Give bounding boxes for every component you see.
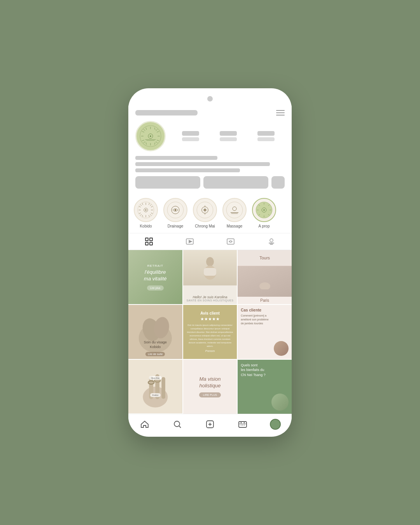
svg-line-90 [179,426,181,428]
grid-cell-9[interactable]: Quels sontles bienfaits duChi Nei Tsang … [238,360,292,414]
svg-point-98 [241,425,242,425]
more-button[interactable] [271,176,285,189]
phone-frame: Kobido Drainage [128,88,292,436]
nav-profile-avatar[interactable] [270,419,281,430]
grid-cell-4-overlay: Soin du visageKobido Lire de suite [144,340,167,357]
svg-point-49 [226,202,243,219]
grid-cell-2-photo [183,250,237,285]
grid-cell-6-photo [274,341,289,356]
grid-cell-7-tag2: Kokto [150,393,161,397]
story-apropos-circle [252,198,276,222]
grid-cell-7[interactable]: Que fne Kokto [128,360,182,414]
nav-reels[interactable] [237,419,248,430]
tab-profile[interactable] [266,236,276,247]
svg-rect-71 [269,243,274,243]
stat-following [257,131,275,141]
svg-point-2 [150,136,151,137]
avatar[interactable] [135,121,166,151]
svg-point-77 [259,282,270,289]
grid-cell-7-tag1: Que fne [149,376,162,380]
bottom-nav [128,414,292,433]
story-massage[interactable]: Massage [222,198,247,228]
bio-section [135,156,285,172]
bio-line-1 [135,156,217,160]
svg-rect-75 [204,268,216,276]
grid-cell-1[interactable]: RETRAIT l'équilibrema vitalité Lire plus [128,250,182,304]
grid-cell-6-title: Cas cliente [241,308,289,312]
story-drainage[interactable]: Drainage [163,198,187,228]
grid-cell-6[interactable]: Cas cliente Comment [prénom] a amélioré … [238,305,292,359]
svg-rect-65 [150,238,152,241]
nav-home[interactable] [139,419,150,430]
story-kobido-label: Kobido [140,224,152,228]
story-kobido[interactable]: Kobido [134,198,158,228]
story-kobido-circle [134,198,158,222]
grid-cell-5-author: Prenom [205,350,215,352]
svg-rect-72 [270,244,273,245]
grid-cell-5-title: Avis client [200,311,220,315]
svg-point-46 [204,210,205,211]
grid-cell-6-text: Comment [prénom] a amélioré son problème… [241,314,289,325]
stories-row: Kobido Drainage [128,196,292,233]
svg-rect-67 [150,242,152,245]
story-chrong-mai-circle [193,198,217,222]
grid-cell-8[interactable]: Ma visionholistique LIRE PLUS [183,360,237,414]
message-button[interactable] [203,176,268,189]
header-top [135,110,285,116]
grid-cell-1-title: l'équilibrema vitalité [144,269,167,282]
grid-cell-9-photo [271,394,289,411]
grid-cell-2-subtitle: SANTÉ EN SOINS HOLISTIQUES [187,299,234,302]
tab-reels[interactable] [185,236,195,247]
svg-point-99 [244,425,245,425]
stat-posts [182,131,199,141]
phone-content: Kobido Drainage [128,105,292,432]
grid-cell-2-hello: Hello! Je suis Karolina [187,295,234,299]
bio-line-2 [135,162,270,166]
svg-point-96 [244,422,245,423]
story-massage-label: Massage [227,224,243,228]
grid-cell-3-city1: Tours [238,250,292,266]
stat-followers [220,131,237,141]
story-massage-circle [222,198,247,222]
grid-cell-3-city2: Paris [238,297,292,304]
username-bar [135,110,198,116]
stats-row [172,131,285,141]
story-chrong-mai-label: Chrong Mai [195,224,215,228]
grid-cell-3-photo [238,266,292,297]
grid-cell-4[interactable]: Soin du visageKobido Lire de suite [128,305,182,359]
bio-line-3 [135,168,240,172]
grid-cell-3[interactable]: Tours Paris [238,250,292,304]
content-tabs [128,233,292,250]
grid-cell-8-button[interactable]: LIRE PLUS [199,392,221,397]
story-drainage-label: Drainage [168,224,184,228]
grid-cell-2-text: Hello! Je suis Karolina SANTÉ EN SOINS H… [187,295,234,302]
svg-rect-86 [161,377,165,399]
grid-cell-4-button[interactable]: Lire de suite [145,352,165,356]
tab-tagged[interactable] [226,236,236,247]
grid-cell-4-title: Soin du visageKobido [144,340,167,350]
photo-grid: RETRAIT l'équilibrema vitalité Lire plus… [128,250,292,413]
svg-point-63 [263,210,264,211]
grid-cell-1-label: RETRAIT [147,264,163,268]
svg-point-42 [175,210,176,211]
grid-cell-8-title: Ma visionholistique [200,376,221,389]
svg-point-97 [242,425,243,425]
grid-cell-1-button[interactable]: Lire plus [147,285,163,290]
nav-add[interactable] [205,419,215,430]
svg-point-89 [174,421,180,427]
grid-cell-5-text: Dol mi mauris ipsum adipiscing consectet… [186,324,234,348]
svg-point-39 [145,210,146,211]
grid-cell-2[interactable]: Hello! Je suis Karolina SANTÉ EN SOINS H… [183,250,237,304]
svg-point-95 [241,422,242,423]
nav-search[interactable] [172,419,183,430]
svg-rect-69 [227,239,234,244]
svg-rect-66 [145,242,148,245]
grid-cell-5[interactable]: Avis client ★★★★★ Dol mi mauris ipsum ad… [183,305,237,359]
menu-icon[interactable] [276,110,285,116]
follow-button[interactable] [135,176,200,189]
story-apropos[interactable]: A prop [252,198,276,228]
grid-cell-7-photo [128,360,182,414]
tab-grid[interactable] [144,236,154,247]
story-chrong-mai[interactable]: Chrong Mai [193,198,217,228]
grid-cell-5-stars: ★★★★★ [200,317,220,322]
